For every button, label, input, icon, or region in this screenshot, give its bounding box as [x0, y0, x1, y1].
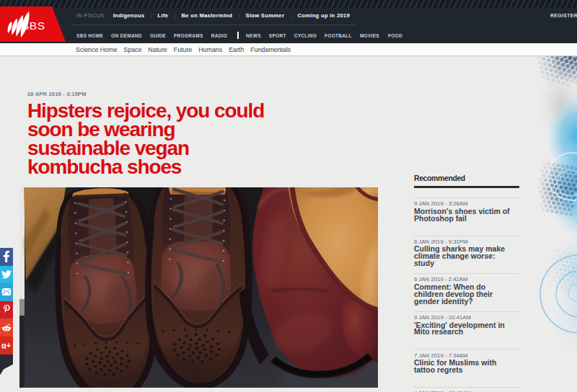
svg-text:SBS: SBS: [22, 19, 45, 32]
svg-text:g+: g+: [1, 342, 11, 349]
